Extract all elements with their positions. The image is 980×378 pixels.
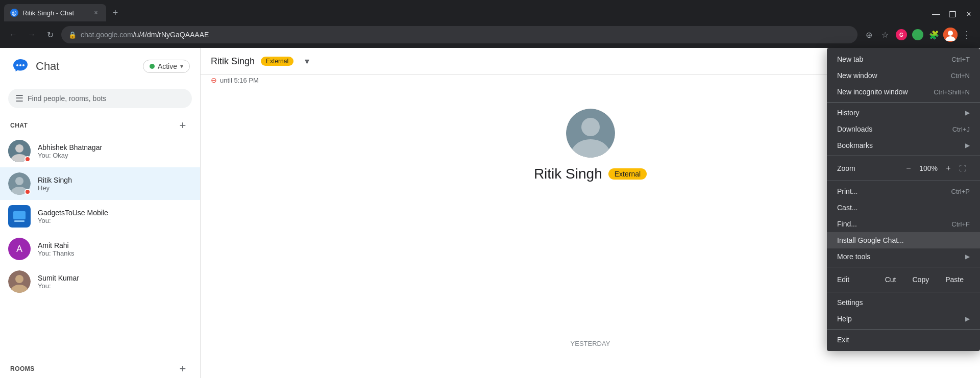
menu-install-chat[interactable]: Install Google Chat... bbox=[827, 232, 980, 248]
copy-button[interactable]: Copy bbox=[906, 273, 936, 286]
add-room-button[interactable]: + bbox=[176, 362, 190, 376]
search-bar[interactable]: ☰ Find people, rooms, bots bbox=[8, 89, 192, 108]
window-close-button[interactable]: × bbox=[962, 7, 976, 21]
chat-logo: Chat bbox=[10, 56, 59, 77]
gadgets-icon bbox=[8, 205, 31, 228]
svg-rect-11 bbox=[13, 211, 26, 219]
profile-icon[interactable] bbox=[943, 28, 958, 42]
menu-find[interactable]: Find... Ctrl+F bbox=[827, 216, 980, 232]
menu-history[interactable]: History ▶ bbox=[827, 105, 980, 121]
tab-close-button[interactable]: × bbox=[92, 9, 100, 17]
back-button[interactable]: ← bbox=[6, 28, 20, 42]
tab-bar: @ Ritik Singh - Chat × + — ❐ × bbox=[0, 0, 980, 21]
contact-name: Sumit Kumar bbox=[38, 274, 192, 282]
chat-item[interactable]: Abhishek Bhatnagar You: Okay bbox=[0, 135, 200, 167]
maximize-button[interactable]: ❐ bbox=[945, 7, 960, 21]
puzzle-ext-icon[interactable]: 🧩 bbox=[927, 28, 941, 42]
forward-button[interactable]: → bbox=[24, 28, 39, 42]
menu-shortcut: Ctrl+P bbox=[951, 188, 970, 195]
menu-item-label: More tools bbox=[837, 253, 870, 261]
contact-name: Ritik Singh bbox=[38, 176, 192, 184]
extensions-icon: 🧩 bbox=[928, 29, 940, 40]
menu-downloads[interactable]: Downloads Ctrl+J bbox=[827, 121, 980, 137]
menu-button[interactable]: ⋮ bbox=[960, 28, 974, 42]
zoom-fullscreen-button[interactable]: ⛶ bbox=[955, 161, 970, 175]
dnd-status-text: until 5:16 PM bbox=[220, 77, 259, 84]
tab-title: Ritik Singh - Chat bbox=[22, 9, 88, 17]
browser-chrome: @ Ritik Singh - Chat × + — ❐ × ← → ↻ 🔒 c… bbox=[0, 0, 980, 48]
zoom-out-button[interactable]: − bbox=[901, 161, 916, 175]
sidebar-header: Chat Active ▾ bbox=[0, 48, 200, 85]
active-status-badge[interactable]: Active ▾ bbox=[143, 60, 190, 73]
menu-bookmarks[interactable]: Bookmarks ▶ bbox=[827, 137, 980, 154]
menu-arrow: ▶ bbox=[965, 142, 970, 149]
chat-list: Abhishek Bhatnagar You: Okay Ritik Singh… bbox=[0, 135, 200, 356]
rooms-section-title: ROOMS bbox=[10, 365, 35, 372]
menu-item-label: Settings bbox=[837, 298, 863, 307]
menu-more-tools[interactable]: More tools ▶ bbox=[827, 248, 980, 265]
edit-label: Edit bbox=[837, 275, 875, 284]
chat-section-title: CHAT bbox=[10, 122, 28, 129]
add-chat-button[interactable]: + bbox=[176, 118, 190, 133]
chat-preview: You: bbox=[38, 282, 192, 290]
menu-divider bbox=[827, 181, 980, 181]
contact-name: Abhishek Bhatnagar bbox=[38, 143, 192, 152]
url-prefix: chat.google.com bbox=[81, 31, 133, 39]
add-to-chrome-icon[interactable]: ⊕ bbox=[862, 28, 876, 42]
menu-item-label: Cast... bbox=[837, 204, 857, 212]
menu-item-label: History bbox=[837, 109, 860, 117]
menu-new-incognito[interactable]: New incognito window Ctrl+Shift+N bbox=[827, 84, 980, 100]
url-text: chat.google.com/u/4/dm/rNyGaQAAAAE bbox=[81, 31, 850, 39]
menu-cast[interactable]: Cast... bbox=[827, 199, 980, 216]
menu-shortcut: Ctrl+T bbox=[951, 56, 970, 63]
zoom-in-button[interactable]: + bbox=[941, 161, 955, 175]
grammarly-logo: G bbox=[896, 29, 907, 40]
chat-preview: You: Okay bbox=[38, 152, 192, 159]
date-label: YESTERDAY bbox=[560, 330, 621, 358]
chat-preview: You: bbox=[38, 217, 192, 224]
avatar bbox=[8, 172, 31, 195]
green-ext-icon[interactable] bbox=[911, 28, 925, 42]
chat-item[interactable]: GadgetsToUse Mobile You: bbox=[0, 200, 200, 233]
svg-point-5 bbox=[22, 64, 24, 66]
grammarly-ext-icon[interactable]: G bbox=[894, 28, 909, 42]
contact-name-text: Ritik Singh bbox=[534, 166, 602, 182]
menu-item-label: Downloads bbox=[837, 125, 872, 133]
paste-button[interactable]: Paste bbox=[939, 273, 970, 286]
url-bar[interactable]: 🔒 chat.google.com/u/4/dm/rNyGaQAAAAE bbox=[61, 26, 857, 43]
bookmark-icon[interactable]: ☆ bbox=[878, 28, 892, 42]
svg-point-1 bbox=[948, 31, 953, 36]
menu-new-window[interactable]: New window Ctrl+N bbox=[827, 67, 980, 84]
active-tab[interactable]: @ Ritik Singh - Chat × bbox=[4, 4, 106, 21]
menu-exit[interactable]: Exit bbox=[827, 332, 980, 348]
menu-arrow: ▶ bbox=[965, 315, 970, 322]
chat-info: Amit Rahi You: Thanks bbox=[38, 241, 192, 257]
external-badge-header: External bbox=[261, 57, 293, 66]
chat-item[interactable]: Ritik Singh Hey bbox=[0, 167, 200, 200]
menu-shortcut: Ctrl+N bbox=[951, 72, 970, 80]
svg-rect-12 bbox=[14, 220, 24, 222]
reload-button[interactable]: ↻ bbox=[43, 28, 57, 42]
avatar: A bbox=[8, 238, 31, 260]
menu-print[interactable]: Print... Ctrl+P bbox=[827, 183, 980, 199]
menu-shortcut: Ctrl+J bbox=[952, 125, 970, 133]
active-label: Active bbox=[158, 62, 177, 70]
menu-item-label: Print... bbox=[837, 187, 857, 195]
url-path: /u/4/dm/rNyGaQAAAAE bbox=[133, 31, 209, 39]
chat-preview: You: Thanks bbox=[38, 249, 192, 257]
menu-item-label: Bookmarks bbox=[837, 141, 873, 149]
minimize-button[interactable]: — bbox=[929, 7, 943, 21]
menu-help[interactable]: Help ▶ bbox=[827, 311, 980, 327]
menu-settings[interactable]: Settings bbox=[827, 294, 980, 311]
cut-button[interactable]: Cut bbox=[879, 273, 902, 286]
new-tab-button[interactable]: + bbox=[108, 6, 122, 20]
chat-item[interactable]: A Amit Rahi You: Thanks bbox=[0, 233, 200, 265]
avatar bbox=[8, 205, 31, 228]
green-extension bbox=[912, 29, 923, 40]
contact-name: Amit Rahi bbox=[38, 241, 192, 249]
menu-divider bbox=[827, 267, 980, 267]
contact-dropdown-button[interactable]: ▾ bbox=[300, 54, 314, 68]
menu-new-tab[interactable]: New tab Ctrl+T bbox=[827, 51, 980, 67]
search-placeholder: Find people, rooms, bots bbox=[28, 94, 106, 103]
chat-item[interactable]: Sumit Kumar You: bbox=[0, 265, 200, 298]
